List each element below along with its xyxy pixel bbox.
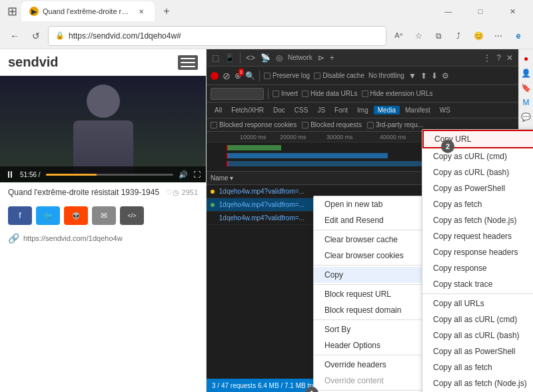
read-mode-icon[interactable]: Aᵃ (389, 27, 408, 45)
sidebar-icon-2[interactable]: 👤 (520, 67, 533, 80)
menu-copy-all-curl-bash[interactable]: Copy all as cURL (bash) (422, 327, 533, 343)
hide-data-urls-label[interactable]: Hide data URLs (302, 90, 358, 97)
clear-button[interactable]: ⊘ (223, 71, 231, 81)
devtools-forward-icon[interactable]: ⊳ (316, 52, 326, 64)
menu-block-url[interactable]: Block request URL (314, 286, 438, 302)
favorites-icon[interactable]: ☆ (409, 27, 428, 45)
third-party-checkbox[interactable] (367, 122, 374, 128)
menu-copy-all-powershell[interactable]: Copy all as PowerShell (422, 343, 533, 359)
menu-copy-powershell[interactable]: Copy as PowerShell (422, 180, 533, 196)
filter-all[interactable]: All (211, 106, 226, 114)
devtools-network-icon[interactable]: 📡 (259, 52, 272, 64)
back-button[interactable]: ← (5, 27, 24, 45)
address-bar[interactable]: 🔒 https://sendvid.com/1dqeho4w# (48, 26, 386, 46)
sidebar-icon-5[interactable]: 💬 (520, 110, 533, 124)
hide-extension-urls-label[interactable]: Hide extension URLs (362, 90, 433, 97)
filter-doc[interactable]: Doc (269, 106, 289, 114)
menu-block-domain[interactable]: Block request domain (314, 302, 438, 318)
refresh-button[interactable]: ↺ (27, 27, 45, 45)
play-button[interactable]: ⏸ (5, 169, 15, 180)
blocked-response-label[interactable]: Blocked response cookies (211, 121, 296, 128)
menu-copy-fetch-node[interactable]: Copy as fetch (Node.js) (422, 212, 533, 228)
close-button[interactable]: ✕ (497, 1, 528, 21)
menu-edit-resend[interactable]: Edit and Resend (314, 212, 438, 228)
hide-extension-urls-checkbox[interactable] (362, 91, 368, 97)
menu-copy-request-headers[interactable]: Copy request headers (422, 228, 533, 244)
menu-copy-curl-cmd[interactable]: Copy as cURL (cmd) (422, 148, 533, 164)
preserve-log-checkbox[interactable] (264, 73, 270, 79)
reddit-share-button[interactable]: 👽 (64, 206, 88, 225)
devtools-more-icon[interactable]: ⋮ (482, 52, 492, 64)
sidebar-icon-1[interactable]: ● (520, 52, 533, 65)
twitter-share-button[interactable]: 🐦 (36, 206, 60, 225)
new-tab-button[interactable]: + (157, 2, 176, 21)
settings-icon[interactable]: ⋯ (489, 27, 508, 45)
feedback-icon[interactable]: 😊 (469, 27, 488, 45)
menu-copy-fetch[interactable]: Copy as fetch (422, 196, 533, 212)
invert-label[interactable]: Invert (272, 90, 298, 97)
filter-img[interactable]: Img (353, 106, 372, 114)
filter-input[interactable] (211, 88, 264, 100)
share-icon[interactable]: ⤴ (449, 27, 468, 45)
menu-header-options[interactable]: Header Options ▶ (314, 337, 438, 353)
fullscreen-icon[interactable]: ⛶ (193, 170, 201, 178)
video-thumbnail[interactable]: ⏸ 51:56 / 🔊 ⛶ (0, 76, 206, 182)
menu-copy-all-fetch-node[interactable]: Copy all as fetch (Node.js) (422, 375, 533, 391)
edge-icon[interactable]: e (509, 27, 528, 45)
filter-css[interactable]: CSS (290, 106, 312, 114)
invert-checkbox[interactable] (272, 91, 279, 97)
tab-close-button[interactable]: ✕ (136, 6, 147, 17)
progress-bar[interactable] (46, 174, 173, 176)
volume-icon[interactable]: 🔊 (179, 170, 188, 179)
collections-icon[interactable]: ⧉ (429, 27, 448, 45)
devtools-inspect-icon[interactable]: ⬚ (211, 52, 221, 64)
embed-share-button[interactable]: </> (120, 206, 144, 225)
search-icon[interactable]: 🔍 (245, 71, 255, 81)
devtools-device-icon[interactable]: 📱 (223, 52, 236, 64)
hide-data-urls-checkbox[interactable] (302, 91, 308, 97)
email-share-button[interactable]: ✉ (92, 206, 116, 225)
browser-tab[interactable]: ▶ Quand l'extrême-droite résistait ✕ (21, 1, 155, 21)
menu-clear-cookies[interactable]: Clear browser cookies (314, 248, 438, 264)
settings-gear-icon[interactable]: ⚙ (442, 71, 449, 81)
minimize-button[interactable]: — (433, 1, 464, 21)
devtools-close-icon[interactable]: ✕ (505, 52, 514, 64)
throttle-select[interactable]: No throttling (368, 72, 404, 79)
context-menu-copy[interactable]: Copy URL Copy as cURL (cmd) Copy as cURL… (422, 129, 533, 392)
devtools-wifi-icon[interactable]: ◎ (274, 52, 284, 64)
sidebar-icon-4[interactable]: M (520, 96, 533, 109)
blocked-response-checkbox[interactable] (211, 122, 217, 128)
facebook-share-button[interactable]: f (8, 206, 32, 225)
menu-sort-by[interactable]: Sort By ▶ (314, 321, 438, 337)
filter-font[interactable]: Font (330, 106, 352, 114)
import-icon[interactable]: ⬆ (420, 71, 427, 81)
context-menu-main[interactable]: Open in new tab Edit and Resend Clear br… (313, 196, 439, 392)
sidebar-icon-3[interactable]: 🔖 (520, 81, 533, 95)
disable-cache-checkbox[interactable] (314, 73, 320, 79)
blocked-requests-checkbox[interactable] (302, 122, 308, 128)
preserve-log-label[interactable]: Preserve log (264, 72, 310, 79)
export-icon[interactable]: ⬇ (431, 71, 438, 81)
menu-copy-all-curl-cmd[interactable]: Copy all as cURL (cmd) (422, 311, 533, 327)
menu-copy-all-urls[interactable]: Copy all URLs (422, 295, 533, 311)
filter-manifest[interactable]: Manifest (401, 106, 434, 114)
blocked-requests-label[interactable]: Blocked requests (302, 121, 362, 128)
menu-override-headers[interactable]: Override headers (314, 357, 438, 373)
menu-copy-response-headers[interactable]: Copy response headers (422, 244, 533, 260)
filter-ws[interactable]: WS (436, 106, 454, 114)
menu-copy-stack-trace[interactable]: Copy stack trace (422, 276, 533, 292)
menu-copy-url[interactable]: Copy URL (422, 130, 533, 148)
filter-js[interactable]: JS (313, 106, 329, 114)
menu-copy[interactable]: Copy ▶ (314, 267, 438, 283)
devtools-console-icon[interactable]: Network (286, 53, 314, 63)
menu-copy-curl-bash[interactable]: Copy as cURL (bash) (422, 164, 533, 180)
menu-copy-all-fetch[interactable]: Copy all as fetch (422, 359, 533, 375)
filter-fetch[interactable]: Fetch/XHR (227, 106, 268, 114)
record-button[interactable] (211, 72, 219, 80)
devtools-elements-icon[interactable]: <> (245, 52, 257, 64)
devtools-question-icon[interactable]: ? (495, 52, 502, 64)
menu-copy-response[interactable]: Copy response (422, 260, 533, 276)
menu-open-new-tab[interactable]: Open in new tab (314, 196, 438, 212)
filter-media[interactable]: Media (374, 106, 400, 114)
disable-cache-label[interactable]: Disable cache (314, 72, 364, 79)
